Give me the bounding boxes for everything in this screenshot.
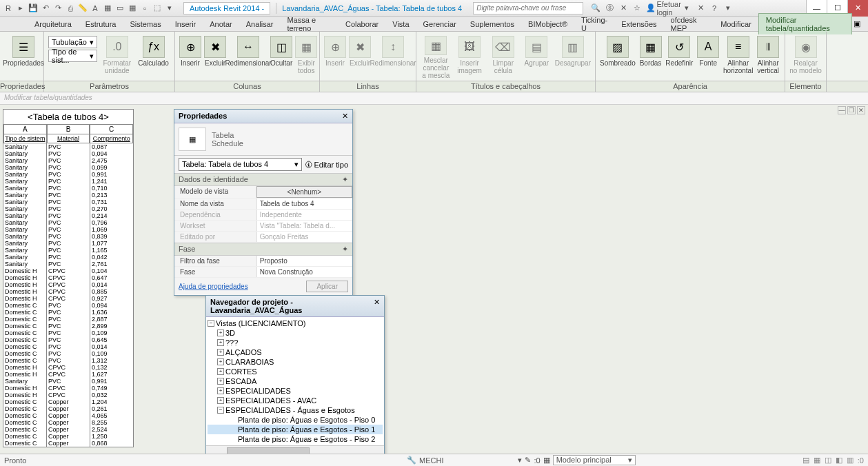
status-icon-5[interactable]: ▥ xyxy=(847,456,854,465)
qat-icon-2[interactable]: ▭ xyxy=(114,3,125,14)
project-browser-title[interactable]: Navegador de projeto - Lavandaria_AVAC_Á… xyxy=(206,296,384,317)
borders-button[interactable]: ▦Bordas xyxy=(638,33,663,79)
font-button[interactable]: AFonte xyxy=(696,33,720,79)
cross-icon[interactable]: ✕ xyxy=(695,3,706,14)
table-row[interactable]: SanitaryPVC0,099 xyxy=(3,164,133,171)
schedule-body[interactable]: SanitaryPVC0,087SanitaryPVC0,094Sanitary… xyxy=(3,143,133,447)
favorites-icon[interactable]: ☆ xyxy=(632,3,643,14)
table-row[interactable]: Domestic HCPVC0,132 xyxy=(3,364,133,371)
table-row[interactable]: SanitaryPVC0,731 xyxy=(3,199,133,205)
doc-restore-icon[interactable]: ❐ xyxy=(847,106,856,114)
phase-section[interactable]: Fase✦ xyxy=(174,243,352,256)
table-row[interactable]: Domestic CPVC0,645 xyxy=(3,336,133,343)
tree-node[interactable]: + ESPECIALIDADES xyxy=(208,386,383,396)
expander-icon[interactable]: + xyxy=(217,330,224,336)
clear-cell-button[interactable]: ⌫Limpar célula xyxy=(487,33,518,79)
undo-icon[interactable]: ↶ xyxy=(40,3,51,14)
table-row[interactable]: Domestic CCopper0,868 xyxy=(3,440,133,447)
search-icon[interactable]: 🔍 xyxy=(590,3,601,14)
exchange-icon[interactable]: ✕ xyxy=(618,3,629,14)
merge-button[interactable]: ▦Mesclar cancelar a mescla xyxy=(421,33,452,79)
identity-data-section[interactable]: Dados de identidade✦ xyxy=(174,173,352,186)
expander-icon[interactable]: + xyxy=(217,349,224,356)
user-icon[interactable]: 👤 xyxy=(645,3,656,14)
table-row[interactable]: Domestic CPVC2,887 xyxy=(3,316,133,323)
tree-node[interactable]: + ESCADA xyxy=(208,376,383,386)
table-row[interactable]: Domestic HCPVC0,927 xyxy=(3,295,133,302)
expander-icon[interactable]: + xyxy=(217,387,224,394)
property-value[interactable]: <Nenhum> xyxy=(256,186,352,198)
workset-icon[interactable]: 🔧 xyxy=(407,456,416,465)
table-row[interactable]: SanitaryPVC0,042 xyxy=(3,254,133,261)
table-row[interactable]: Domestic CCopper1,250 xyxy=(3,433,133,440)
tab-extens-es[interactable]: Extensões xyxy=(614,18,663,30)
table-row[interactable]: SanitaryPVC2,761 xyxy=(3,261,133,267)
table-row[interactable]: Domestic CCopper1,204 xyxy=(3,398,133,405)
table-row[interactable]: Domestic HCPVC0,032 xyxy=(3,392,133,398)
help-search-input[interactable] xyxy=(473,2,583,14)
expander-icon[interactable]: + xyxy=(217,378,224,385)
calculated-button[interactable]: ƒx Calculado xyxy=(137,33,170,79)
group-button[interactable]: ▤Agrupar xyxy=(521,33,552,79)
table-row[interactable]: Domestic HCPVC1,627 xyxy=(3,371,133,378)
table-row[interactable]: SanitaryPVC1,077 xyxy=(3,240,133,247)
tree-node[interactable]: + ESPECIALIDADES - AVAC xyxy=(208,396,383,405)
tab-colaborar[interactable]: Colaborar xyxy=(339,18,385,30)
apply-button[interactable]: Aplicar xyxy=(306,281,348,292)
table-row[interactable]: Domestic CPVC1,312 xyxy=(3,357,133,364)
table-row[interactable]: Domestic CPVC0,109 xyxy=(3,330,133,336)
insert-row-button[interactable]: ⊕Inserir xyxy=(324,33,346,79)
delete-row-button[interactable]: ✖Excluir xyxy=(349,33,371,79)
qat-icon-4[interactable]: ▫ xyxy=(139,3,150,14)
tree-node[interactable]: + ??? xyxy=(208,338,383,347)
tab-bimobject-[interactable]: BIMobject® xyxy=(521,18,574,30)
editable-icon[interactable]: ✎ xyxy=(525,456,531,465)
doc-minimize-icon[interactable]: — xyxy=(838,106,846,114)
format-unit-button[interactable]: .0 Formatar unidade xyxy=(100,33,134,79)
tree-leaf[interactable]: Planta de piso: Águas e Esgotos - Piso 0 xyxy=(208,415,383,425)
table-row[interactable]: Domestic CPVC0,014 xyxy=(3,343,133,350)
property-value[interactable]: Tabela de tubos 4 xyxy=(256,199,352,209)
filter-icon[interactable]: ▾ xyxy=(518,456,522,465)
tab-vista[interactable]: Vista xyxy=(385,18,416,30)
qat-icon-5[interactable]: ⬚ xyxy=(152,3,163,14)
table-row[interactable]: Domestic CCopper2,524 xyxy=(3,426,133,433)
dropdown-icon[interactable]: ▾ xyxy=(681,3,692,14)
table-row[interactable]: SanitaryPVC0,796 xyxy=(3,219,133,226)
print-icon[interactable]: ⎙ xyxy=(65,3,76,14)
table-row[interactable]: SanitaryPVC0,710 xyxy=(3,185,133,192)
table-row[interactable]: SanitaryPVC0,213 xyxy=(3,192,133,199)
tag-icon[interactable]: A xyxy=(90,3,101,14)
doc-close-icon[interactable]: ✕ xyxy=(857,106,865,114)
table-row[interactable]: Domestic HCPVC0,749 xyxy=(3,385,133,392)
table-row[interactable]: SanitaryPVC0,094 xyxy=(3,150,133,157)
resize-row-button[interactable]: ↕Redimensionar xyxy=(374,33,412,79)
tab-analisar[interactable]: Analisar xyxy=(239,18,281,30)
table-row[interactable]: SanitaryPVC2,475 xyxy=(3,157,133,164)
expander-icon[interactable]: + xyxy=(217,397,224,404)
tab-anotar[interactable]: Anotar xyxy=(203,18,239,30)
design-option-combo[interactable]: Modelo principal▾ xyxy=(553,455,636,465)
resize-col-button[interactable]: ↔Redimensionar xyxy=(229,33,268,79)
table-row[interactable]: SanitaryPVC0,214 xyxy=(3,212,133,219)
tree-root[interactable]: − Vistas (LICENCIAMENTO) xyxy=(208,318,383,328)
tree-leaf[interactable]: Planta de piso: Águas e Esgotos - Piso 1 xyxy=(208,425,383,434)
table-row[interactable]: Domestic CPVC0,094 xyxy=(3,302,133,309)
status-icon-3[interactable]: ◫ xyxy=(825,456,831,465)
redo-icon[interactable]: ↷ xyxy=(52,3,63,14)
tab-gerenciar[interactable]: Gerenciar xyxy=(416,18,463,30)
hide-button[interactable]: ◫Ocultar xyxy=(270,33,292,79)
properties-panel-title[interactable]: Propriedades ✕ xyxy=(174,110,352,123)
properties-button[interactable]: ☰ Propriedades xyxy=(4,33,43,79)
tab-suplementos[interactable]: Suplementos xyxy=(463,18,521,30)
table-row[interactable]: Domestic HCPVC0,885 xyxy=(3,288,133,295)
table-row[interactable]: SanitaryPVC1,165 xyxy=(3,247,133,254)
tab-massa-e-terreno[interactable]: Massa e terreno xyxy=(280,14,339,34)
table-row[interactable]: SanitaryPVC0,270 xyxy=(3,205,133,212)
properties-help-link[interactable]: Ajuda de propriedades xyxy=(179,283,248,290)
table-row[interactable]: Domestic CCopper4,065 xyxy=(3,412,133,419)
table-row[interactable]: SanitaryPVC1,069 xyxy=(3,226,133,233)
expander-icon[interactable]: + xyxy=(217,358,224,365)
subscription-icon[interactable]: ⓢ xyxy=(604,3,615,14)
expander-icon[interactable]: + xyxy=(217,339,224,346)
